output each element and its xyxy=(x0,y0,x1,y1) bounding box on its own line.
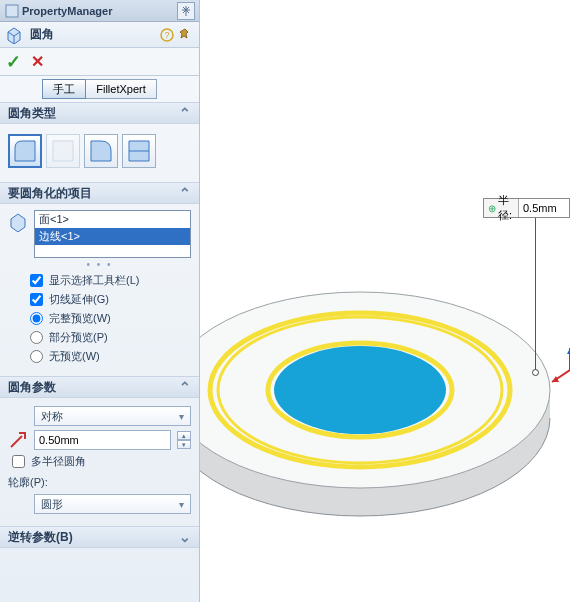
tab-filletxpert[interactable]: FilletXpert xyxy=(86,79,157,99)
section-items[interactable]: 要圆角化的项目 ⌃ xyxy=(0,182,199,204)
callout-value[interactable]: 0.5mm xyxy=(519,199,569,217)
type-constant-radius[interactable] xyxy=(8,134,42,168)
ok-button[interactable]: ✓ xyxy=(6,51,21,73)
params-body: 对称▾ 0.50mm ▴▾ 多半径圆角 轮廓(P): 圆形▾ xyxy=(0,398,199,526)
panel-icon xyxy=(4,3,20,19)
chevron-down-icon: ▾ xyxy=(179,411,184,422)
titlebar-title: PropertyManager xyxy=(22,5,177,17)
items-body: 面<1> 边线<1> • • • 显示选择工具栏(L) 切线延伸(G) 完整预览… xyxy=(0,204,199,376)
fillet-icon xyxy=(6,26,24,44)
blank-icon xyxy=(8,494,28,514)
feature-header: 圆角 ? xyxy=(0,22,199,48)
option-no-preview[interactable]: 无预览(W) xyxy=(8,347,191,366)
ok-cancel-bar: ✓ ✕ xyxy=(0,48,199,76)
chevron-up-icon: ⌃ xyxy=(179,105,191,121)
symmetry-select[interactable]: 对称▾ xyxy=(34,406,191,426)
titlebar: PropertyManager xyxy=(0,0,199,22)
feature-name: 圆角 xyxy=(30,26,157,43)
type-full-round[interactable] xyxy=(122,134,156,168)
callout-leader xyxy=(535,218,536,372)
callout-anchor xyxy=(532,369,539,376)
model-graphics xyxy=(200,0,570,602)
callout-label: 半径: xyxy=(484,199,519,217)
radius-spinner[interactable]: ▴▾ xyxy=(177,431,191,449)
section-title: 要圆角化的项目 xyxy=(8,185,92,202)
chevron-up-icon: ⌃ xyxy=(179,185,191,201)
option-partial-preview[interactable]: 部分预览(P) xyxy=(8,328,191,347)
property-manager-panel: PropertyManager 圆角 ? ✓ ✕ 手工 FilletXpert … xyxy=(0,0,200,602)
fillet-type-body xyxy=(0,124,199,182)
svg-point-10 xyxy=(274,346,446,434)
section-reverse[interactable]: 逆转参数(B) ⌄ xyxy=(0,526,199,548)
option-tangent[interactable]: 切线延伸(G) xyxy=(8,290,191,309)
svg-text:?: ? xyxy=(164,30,169,40)
option-full-preview[interactable]: 完整预览(W) xyxy=(8,309,191,328)
option-multi-radius[interactable]: 多半径圆角 xyxy=(8,452,191,471)
edge-select-icon xyxy=(8,212,28,232)
section-fillet-type[interactable]: 圆角类型 ⌃ xyxy=(0,102,199,124)
option-show-toolbar[interactable]: 显示选择工具栏(L) xyxy=(8,271,191,290)
list-item[interactable]: 面<1> xyxy=(35,211,190,228)
spin-up[interactable]: ▴ xyxy=(177,431,191,440)
section-title: 逆转参数(B) xyxy=(8,529,73,546)
pushpin-icon[interactable] xyxy=(177,27,193,43)
cancel-button[interactable]: ✕ xyxy=(31,52,44,71)
graphics-viewport[interactable]: 半径: 0.5mm xyxy=(200,0,570,602)
profile-select[interactable]: 圆形▾ xyxy=(34,494,191,514)
origin-triad[interactable] xyxy=(545,345,570,395)
type-face-fillet[interactable] xyxy=(84,134,118,168)
section-title: 圆角类型 xyxy=(8,105,56,122)
radius-callout[interactable]: 半径: 0.5mm xyxy=(483,198,570,218)
help-icon[interactable]: ? xyxy=(159,27,175,43)
chevron-up-icon: ⌃ xyxy=(179,379,191,395)
pin-button[interactable] xyxy=(177,2,195,20)
chevron-down-icon: ▾ xyxy=(179,499,184,510)
resize-grip[interactable]: • • • xyxy=(8,258,191,271)
radius-input[interactable]: 0.50mm xyxy=(34,430,171,450)
selection-list[interactable]: 面<1> 边线<1> xyxy=(34,210,191,258)
section-params[interactable]: 圆角参数 ⌃ xyxy=(0,376,199,398)
section-title: 圆角参数 xyxy=(8,379,56,396)
list-item[interactable]: 边线<1> xyxy=(35,228,190,245)
mode-tabs: 手工 FilletXpert xyxy=(0,76,199,102)
profile-label: 轮廓(P): xyxy=(8,471,191,492)
radius-icon xyxy=(8,430,28,450)
svg-rect-0 xyxy=(6,5,18,17)
type-variable-radius[interactable] xyxy=(46,134,80,168)
tab-manual[interactable]: 手工 xyxy=(42,79,86,99)
spin-down[interactable]: ▾ xyxy=(177,440,191,449)
blank-icon xyxy=(8,406,28,426)
chevron-down-icon: ⌄ xyxy=(179,529,191,545)
